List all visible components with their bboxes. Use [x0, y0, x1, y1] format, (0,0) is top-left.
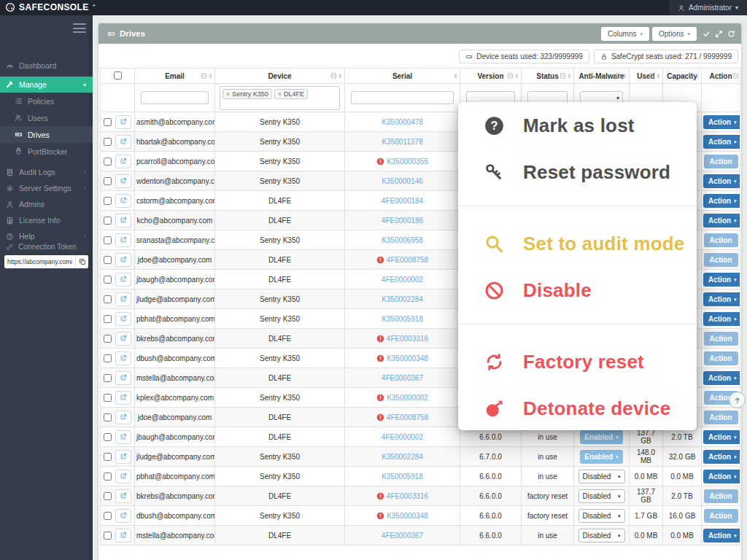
sidebar-item-license-info[interactable]: License Info [0, 212, 93, 228]
device-filter-tag[interactable]: ×DL4FE [274, 89, 308, 99]
serial-link[interactable]: K350006958 [382, 236, 423, 244]
row-action-button[interactable]: Action▾ [703, 312, 740, 326]
open-drive-button[interactable] [115, 174, 131, 188]
serial-link[interactable]: 4FE0000367 [382, 374, 423, 382]
columns-button[interactable]: Columns ▾ [601, 27, 649, 41]
sidebar-item-help[interactable]: Help‹ [0, 228, 93, 244]
row-checkbox[interactable] [104, 217, 112, 225]
row-action-button[interactable]: Action [704, 155, 738, 168]
serial-link[interactable]: 4FE0000186 [382, 217, 423, 225]
open-drive-button[interactable] [115, 233, 131, 247]
anti-malware-enabled-button[interactable]: Enabled▾ [580, 430, 622, 444]
open-drive-button[interactable] [115, 351, 131, 365]
row-action-button[interactable]: Action▾ [703, 194, 740, 208]
anti-malware-enabled-button[interactable]: Enabled▾ [580, 450, 622, 464]
row-action-button[interactable]: Action▾ [703, 273, 740, 287]
open-drive-button[interactable] [115, 529, 131, 542]
sidebar-item-audit-logs[interactable]: Audit Logs‹ [0, 164, 93, 180]
device-filter-multiselect[interactable]: ×Sentry K350×DL4FE [220, 86, 340, 110]
open-drive-button[interactable] [115, 273, 131, 287]
row-checkbox[interactable] [104, 177, 112, 185]
menu-item-set-to-audit-mode[interactable]: Set to audit mode [458, 225, 697, 262]
anti-malware-select[interactable]: Disabled▾ [578, 529, 625, 542]
refresh-icon[interactable] [727, 30, 735, 38]
open-drive-button[interactable] [115, 411, 131, 424]
row-action-button[interactable]: Action [704, 332, 738, 346]
sidebar-item-manage[interactable]: Manage▾ [0, 77, 93, 93]
serial-link[interactable]: K350005918 [382, 315, 423, 323]
serial-link[interactable]: 4FE0003316 [376, 335, 428, 343]
open-drive-button[interactable] [115, 194, 131, 208]
column-header-anti-malware[interactable]: Anti-Malware [574, 69, 630, 84]
row-action-button[interactable]: Action▾ [703, 135, 740, 149]
open-drive-button[interactable] [115, 509, 131, 523]
scroll-to-top-button[interactable] [729, 392, 746, 408]
serial-link[interactable]: 4FE0008758 [376, 413, 428, 421]
serial-link[interactable]: K350000146 [382, 177, 423, 185]
sidebar-item-server-settings[interactable]: Server Settings‹ [0, 180, 93, 196]
serial-link[interactable]: 4FE0003316 [376, 492, 428, 500]
device-filter-tag[interactable]: ×Sentry K350 [222, 89, 272, 99]
row-checkbox[interactable] [104, 374, 112, 382]
anti-malware-select[interactable]: Disabled▾ [578, 509, 625, 523]
open-drive-button[interactable] [115, 430, 131, 444]
row-action-button[interactable]: Action▾ [703, 430, 740, 444]
row-checkbox[interactable] [104, 472, 112, 481]
column-header-version[interactable]: Version [460, 69, 522, 84]
column-header-used[interactable]: Used [630, 69, 663, 84]
row-action-button[interactable]: Action [704, 253, 738, 267]
row-checkbox[interactable] [104, 118, 112, 126]
menu-item-factory-reset[interactable]: Factory reset [458, 343, 697, 381]
row-checkbox[interactable] [104, 394, 112, 402]
open-drive-button[interactable] [115, 155, 131, 168]
serial-link[interactable]: 4FE0000002 [382, 433, 423, 441]
serial-link[interactable]: K350000002 [376, 394, 428, 402]
menu-item-detonate-device[interactable]: Detonate device [458, 389, 697, 427]
serial-link[interactable]: K350000348 [376, 512, 428, 520]
sidebar-item-users[interactable]: Users [0, 109, 93, 126]
check-icon[interactable] [703, 30, 711, 38]
remove-tag-icon[interactable]: × [226, 90, 230, 98]
serial-link[interactable]: 4FE0000367 [382, 532, 423, 540]
sidebar-item-policies[interactable]: Policies [0, 93, 93, 109]
copy-token-button[interactable] [75, 255, 88, 268]
remove-tag-icon[interactable]: × [278, 90, 282, 98]
row-checkbox[interactable] [104, 197, 112, 205]
row-action-button[interactable]: Action▾ [703, 214, 740, 228]
row-checkbox[interactable] [104, 532, 112, 540]
anti-malware-select[interactable]: Disabled▾ [578, 489, 625, 503]
row-action-button[interactable]: Action [704, 233, 738, 247]
column-header-status[interactable]: Status [522, 69, 574, 84]
row-action-button[interactable]: Action [704, 411, 738, 424]
column-header-device[interactable]: Device [215, 69, 345, 84]
sidebar-item-admins[interactable]: Admins [0, 196, 93, 212]
column-header-action[interactable]: Action [702, 69, 740, 84]
serial-link[interactable]: K350000348 [376, 354, 428, 362]
row-checkbox[interactable] [104, 492, 112, 500]
serial-link[interactable]: K350002284 [382, 453, 423, 461]
options-button[interactable]: Options ▾ [652, 27, 697, 41]
menu-item-disable[interactable]: Disable [458, 271, 697, 309]
row-checkbox[interactable] [104, 138, 112, 146]
row-checkbox[interactable] [104, 276, 112, 284]
row-checkbox[interactable] [104, 512, 112, 520]
row-checkbox[interactable] [104, 335, 112, 343]
open-drive-button[interactable] [115, 135, 131, 149]
row-action-button[interactable]: Action▾ [703, 174, 740, 188]
menu-item-mark-as-lost[interactable]: ?Mark as lost [458, 106, 697, 144]
row-action-button[interactable]: Action▾ [703, 115, 740, 129]
anti-malware-select[interactable]: Disabled▾ [578, 470, 625, 483]
select-all-checkbox[interactable] [114, 71, 122, 79]
open-drive-button[interactable] [115, 450, 131, 464]
connection-token-input[interactable] [4, 255, 75, 268]
row-action-button[interactable]: Action▾ [703, 371, 740, 385]
column-header-serial[interactable]: Serial [345, 69, 460, 84]
row-action-button[interactable]: Action [704, 351, 738, 365]
open-drive-button[interactable] [115, 292, 131, 306]
sidebar-toggle-icon[interactable] [73, 23, 86, 33]
serial-link[interactable]: 4FE0008758 [376, 256, 428, 264]
row-checkbox[interactable] [104, 413, 112, 421]
serial-link[interactable]: K350005918 [382, 472, 423, 481]
open-drive-button[interactable] [115, 332, 131, 346]
row-checkbox[interactable] [104, 453, 112, 461]
